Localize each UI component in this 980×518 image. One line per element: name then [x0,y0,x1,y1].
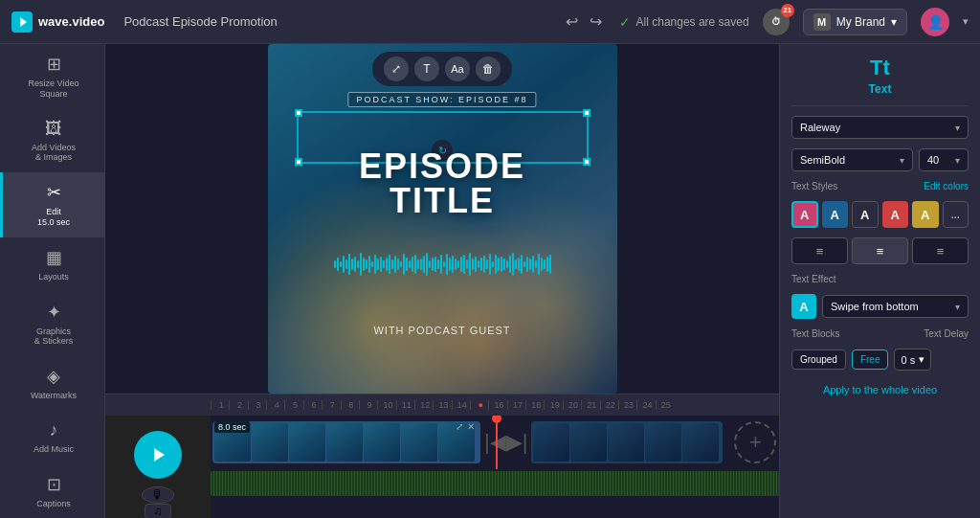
effect-name: Swipe from bottom [831,301,919,312]
blocks-delay-header: Text Blocks Text Delay [791,328,969,339]
font-size-select[interactable]: 40 ▾ [919,148,969,171]
clip-close-icon[interactable]: ✕ [467,421,475,432]
align-right-button[interactable]: ≡ [912,237,969,264]
text-style-swatch-2[interactable]: A [852,201,879,228]
text-style-letter-2: A [860,208,869,222]
ruler-mark: ● [470,400,488,410]
clip-thumb [289,423,325,462]
sidebar-label-resize: Resize VideoSquare [29,79,79,100]
clip-controls: ⤢ ✕ [456,421,475,432]
add-clip-button[interactable]: + [734,421,776,463]
save-status: ✓ All changes are saved [619,14,749,30]
layouts-icon: ▦ [46,247,62,268]
brand-dropdown-arrow: ▾ [891,15,897,29]
font-family-group: Raleway ▾ [791,116,969,139]
timeline: 1 2 3 4 5 6 7 8 9 10 11 12 13 14 ● 16 17 [105,394,779,518]
text-style-more[interactable]: ... [943,201,969,228]
episode-title[interactable]: EPISODE TITLE [359,149,525,218]
segment-divider-icon: |◀▶| [484,430,527,455]
delay-select[interactable]: 0 s ▾ [894,349,931,371]
header: wave.video Podcast Episode Promotion ↩ ↪… [0,0,980,44]
waveform-bars [334,253,551,276]
sidebar-item-layouts[interactable]: ▦ Layouts [0,237,104,292]
font-weight-select[interactable]: SemiBold ▾ [791,148,913,171]
free-button[interactable]: Free [852,349,889,370]
ruler-mark: 12 [414,400,433,410]
delete-tool[interactable]: 🗑 [476,56,501,81]
apply-whole-video-button[interactable]: Apply to the whole video [791,380,969,399]
podcast-show-text[interactable]: PODCAST SHOW: EPISODE #8 [347,92,536,107]
video-track-row: 8.0 sec ⤢ ✕ [211,416,779,469]
ruler-mark: 4 [266,400,284,410]
text-style-swatch-3[interactable]: A [882,201,909,228]
ruler-mark: 1 [211,400,229,410]
audio-track [211,471,779,496]
brand-selector[interactable]: M My Brand ▾ [803,9,907,35]
clip-thumb [570,423,607,462]
episode-title-line1: EPISODE [359,149,525,184]
edit-colors-link[interactable]: Edit colors [924,181,969,191]
undo-redo-group: ↩ ↪ [562,9,606,34]
font-family-select[interactable]: Raleway ▾ [791,116,969,139]
ruler-mark: 22 [600,400,618,410]
captions-icon: ⊡ [47,474,61,495]
track-area: 8.0 sec ⤢ ✕ [211,416,779,518]
sidebar-item-videos[interactable]: 🖼 Add Videos& Images [0,109,104,173]
sidebar-item-edit[interactable]: ✂ Edit15.0 sec [0,172,104,237]
clip-thumb [608,423,644,462]
avatar-arrow: ▾ [963,15,969,28]
videos-icon: 🖼 [45,119,62,139]
align-left-button[interactable]: ≡ [791,237,848,264]
text-style-letter-3: A [891,208,900,222]
timer-badge[interactable]: ⏱ [763,9,790,35]
delay-arrow: ▾ [919,353,924,366]
ruler-mark: 13 [433,400,451,410]
clip-block-1[interactable] [212,421,480,463]
redo-button[interactable]: ↪ [586,9,606,34]
font-tool[interactable]: Aa [445,56,470,81]
transform-tool[interactable]: ⤢ [384,56,409,81]
canvas-wrapper: ⤢ T Aa 🗑 ↻ PODCAST SHOW: EPISODE #8 [105,44,779,394]
align-center-button[interactable]: ≡ [852,237,908,264]
sidebar-item-watermarks[interactable]: ◈ Watermarks [0,356,104,411]
grouped-button[interactable]: Grouped [791,349,846,370]
main-layout: ⊞ Resize VideoSquare 🖼 Add Videos& Image… [0,44,980,518]
avatar[interactable]: 👤 [921,8,949,36]
sidebar-label-music: Add Music [33,444,74,455]
play-button[interactable] [134,431,182,479]
header-actions: ↩ ↪ ✓ All changes are saved ⏱ M My Brand… [562,8,969,36]
sidebar-item-graphics[interactable]: ✦ Graphics& Stickers [0,292,104,357]
sidebar-item-resize[interactable]: ⊞ Resize VideoSquare [0,44,104,109]
ruler-mark: 6 [303,400,322,410]
sidebar-item-captions[interactable]: ⊡ Captions [0,464,104,518]
sidebar-label-videos: Add Videos& Images [32,143,76,164]
clip-thumb [682,423,719,462]
playhead[interactable] [496,416,498,469]
canvas-toolbar: ⤢ T Aa 🗑 [372,52,512,86]
text-style-swatch-0[interactable]: A [791,201,818,228]
clip-block-2[interactable] [531,421,723,463]
sidebar-item-music[interactable]: ♪ Add Music [0,411,104,464]
undo-button[interactable]: ↩ [562,9,582,34]
canvas[interactable]: ⤢ T Aa 🗑 ↻ PODCAST SHOW: EPISODE #8 [268,44,617,394]
mic-button[interactable]: 🎙 [142,486,174,504]
effect-select[interactable]: Swipe from bottom ▾ [822,295,969,318]
ruler-mark: 17 [507,400,525,410]
podcast-guest-text[interactable]: WITH PODCAST GUEST [373,325,510,336]
ruler-mark: 20 [563,400,581,410]
svg-marker-0 [20,17,27,27]
clip-resize-icon[interactable]: ⤢ [456,421,463,432]
ruler-mark: 14 [452,400,470,410]
text-style-swatch-4[interactable]: A [912,201,939,228]
text-style-swatch-1[interactable]: A [822,201,849,228]
text-tool[interactable]: T [414,56,439,81]
music-icon: ♪ [50,420,58,440]
sidebar-label-captions: Captions [36,499,71,509]
add-audio-button[interactable]: ♫ [145,504,171,518]
waveform-visual [268,245,617,283]
clip-thumb [645,423,681,462]
logo: wave.video [11,11,104,33]
divider-1 [791,105,969,106]
check-icon: ✓ [619,14,631,30]
clip-duration-label: 8.0 sec [214,421,250,433]
